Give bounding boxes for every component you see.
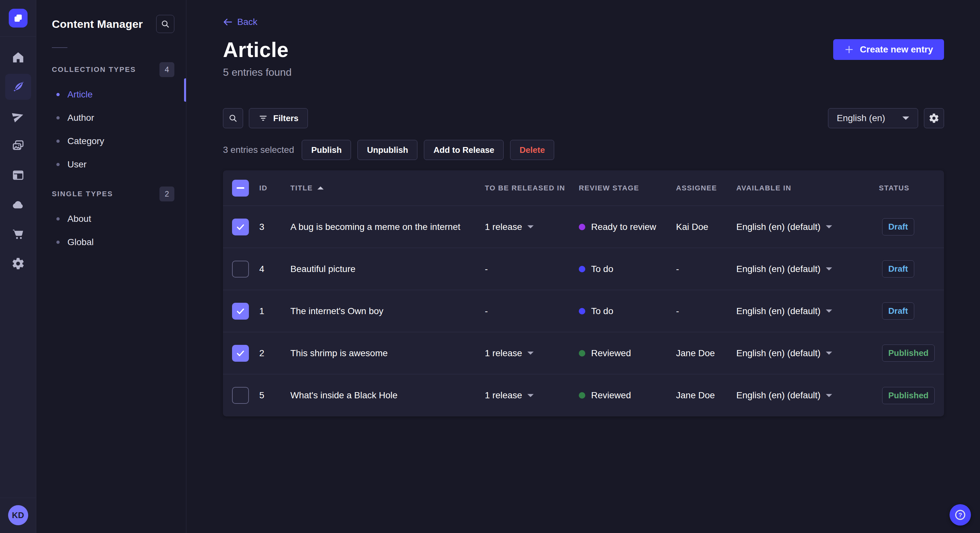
bullet-icon xyxy=(56,140,60,143)
sidebar-item-article[interactable]: Article xyxy=(36,83,186,106)
cell-available-in[interactable]: English (en) (default) xyxy=(736,390,879,401)
view-settings-button[interactable] xyxy=(924,108,944,128)
row-checkbox[interactable] xyxy=(232,345,249,362)
sidebar-item-user[interactable]: User xyxy=(36,153,186,176)
entries-count: 5 entries found xyxy=(223,67,292,78)
single-types-section: SINGLE TYPES 2 About Global xyxy=(36,187,186,254)
header-review-stage: REVIEW STAGE xyxy=(579,184,676,192)
strapi-logo[interactable] xyxy=(9,9,27,27)
row-checkbox[interactable] xyxy=(232,303,249,320)
stage-dot xyxy=(579,308,585,314)
content-manager-subnav: Content Manager COLLECTION TYPES 4 Artic… xyxy=(36,0,186,533)
plus-icon xyxy=(844,45,854,54)
nav-content-manager[interactable] xyxy=(5,74,31,100)
table-row: 4 Beautiful picture - To do - English (e… xyxy=(223,248,944,290)
check-icon xyxy=(235,222,246,233)
delete-button[interactable]: Delete xyxy=(510,140,554,160)
cell-status: Draft xyxy=(879,303,944,320)
cell-available-in[interactable]: English (en) (default) xyxy=(736,306,879,316)
row-checkbox[interactable] xyxy=(232,261,249,278)
sidebar-item-about[interactable]: About xyxy=(36,207,186,230)
cell-release[interactable]: 1 release xyxy=(485,348,579,359)
bullet-icon xyxy=(56,116,60,119)
cell-assignee: Kai Doe xyxy=(676,222,736,232)
row-checkbox[interactable] xyxy=(232,219,249,235)
cell-assignee: Jane Doe xyxy=(676,390,736,401)
status-badge: Draft xyxy=(882,303,914,320)
content-manager-icon xyxy=(11,80,25,94)
cell-status: Published xyxy=(879,344,944,362)
release-caret xyxy=(527,351,534,355)
entries-table: ID TITLE TO BE RELEASED IN REVIEW STAGE … xyxy=(223,170,944,416)
collection-types-count: 4 xyxy=(159,62,174,77)
cell-release[interactable]: - xyxy=(485,264,579,274)
cell-review-stage: Reviewed xyxy=(579,390,676,401)
cell-status: Published xyxy=(879,387,944,404)
avatar[interactable]: KD xyxy=(8,505,28,525)
nav-home[interactable] xyxy=(5,44,31,70)
cell-release[interactable]: 1 release xyxy=(485,390,579,401)
cloud-icon xyxy=(11,198,25,211)
row-checkbox[interactable] xyxy=(232,387,249,404)
sidebar-item-global[interactable]: Global xyxy=(36,230,186,254)
cell-title: The internet's Own boy xyxy=(290,306,485,316)
nav-content-type-builder[interactable] xyxy=(5,162,31,188)
collection-types-section: COLLECTION TYPES 4 Article Author Catego… xyxy=(36,62,186,176)
sidebar-item-author[interactable]: Author xyxy=(36,106,186,130)
status-badge: Published xyxy=(882,344,935,362)
cell-available-in[interactable]: English (en) (default) xyxy=(736,264,879,274)
content-type-builder-icon xyxy=(11,168,25,182)
help-button[interactable]: ? xyxy=(950,504,971,525)
header-title[interactable]: TITLE xyxy=(290,184,485,192)
nav-releases[interactable] xyxy=(5,103,31,129)
cell-status: Draft xyxy=(879,260,944,278)
filter-icon xyxy=(258,113,268,123)
sidebar-item-category[interactable]: Category xyxy=(36,130,186,153)
table-body: 3 A bug is becoming a meme on the intern… xyxy=(223,206,944,416)
cell-review-stage: Reviewed xyxy=(579,348,676,359)
main-nav: KD xyxy=(0,0,36,533)
nav-cloud[interactable] xyxy=(5,192,31,217)
add-to-release-button[interactable]: Add to Release xyxy=(424,140,504,160)
publish-button[interactable]: Publish xyxy=(302,140,351,160)
selection-count: 3 entries selected xyxy=(223,145,294,155)
subnav-search-button[interactable] xyxy=(156,15,174,33)
release-caret xyxy=(527,394,534,397)
cell-available-in[interactable]: English (en) (default) xyxy=(736,222,879,232)
cell-release[interactable]: - xyxy=(485,306,579,316)
cell-id: 5 xyxy=(259,390,290,401)
filters-button[interactable]: Filters xyxy=(249,108,308,128)
active-item-indicator xyxy=(184,78,186,102)
cell-id: 1 xyxy=(259,306,290,316)
bullet-icon xyxy=(56,217,60,220)
nav-media-library[interactable] xyxy=(5,133,31,159)
arrow-left-icon xyxy=(223,17,233,27)
cell-review-stage: To do xyxy=(579,306,676,316)
cell-available-in[interactable]: English (en) (default) xyxy=(736,348,879,359)
cell-release[interactable]: 1 release xyxy=(485,222,579,232)
chevron-down-icon xyxy=(826,351,832,355)
cell-id: 4 xyxy=(259,264,290,274)
stage-dot xyxy=(579,350,585,357)
header-id: ID xyxy=(259,184,290,192)
nav-settings[interactable] xyxy=(5,251,31,276)
cell-review-stage: Ready to review xyxy=(579,222,676,232)
search-button[interactable] xyxy=(223,108,243,128)
indeterminate-dash-icon xyxy=(237,187,244,189)
cell-assignee: - xyxy=(676,306,736,316)
single-types-count: 2 xyxy=(159,187,174,201)
create-new-entry-button[interactable]: Create new entry xyxy=(833,39,944,60)
check-icon xyxy=(235,306,246,317)
locale-select[interactable]: English (en) xyxy=(828,108,918,128)
bullet-icon xyxy=(56,93,60,96)
cell-id: 2 xyxy=(259,348,290,359)
nav-marketplace[interactable] xyxy=(5,221,31,247)
select-all-checkbox[interactable] xyxy=(232,180,249,197)
marketplace-icon xyxy=(11,227,25,241)
unpublish-button[interactable]: Unpublish xyxy=(358,140,417,160)
nav-list xyxy=(5,44,31,280)
back-link[interactable]: Back xyxy=(223,17,257,27)
cell-assignee: Jane Doe xyxy=(676,348,736,359)
nav-footer: KD xyxy=(0,498,36,533)
table-row: 5 What's inside a Black Hole 1 release R… xyxy=(223,374,944,416)
